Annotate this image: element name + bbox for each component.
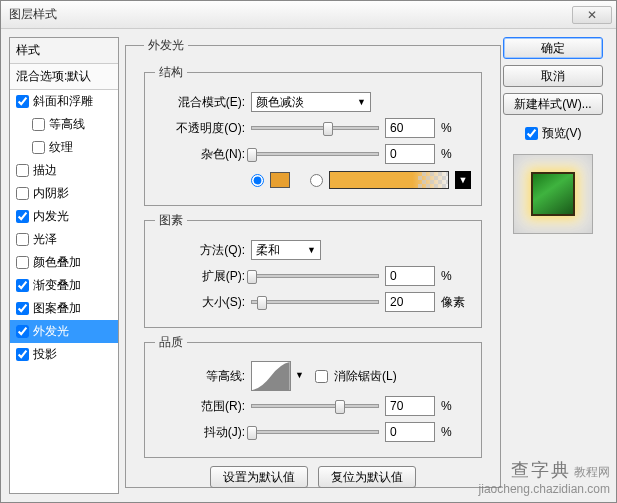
sidebar-item-innershadow[interactable]: 内阴影 [10, 182, 118, 205]
quality-legend: 品质 [155, 334, 187, 351]
gradient-dropdown[interactable]: ▼ [455, 171, 471, 189]
spread-label: 扩展(P): [155, 268, 245, 285]
technique-label: 方法(Q): [155, 242, 245, 259]
checkbox-innerglow[interactable] [16, 210, 29, 223]
new-style-button[interactable]: 新建样式(W)... [503, 93, 603, 115]
noise-slider[interactable] [251, 152, 379, 156]
opacity-slider[interactable] [251, 126, 379, 130]
jitter-unit: % [441, 425, 471, 439]
right-panel: 确定 取消 新建样式(W)... 预览(V) [498, 37, 608, 494]
main-panel: 外发光 结构 混合模式(E): 颜色减淡 ▼ 不透明度( [125, 37, 492, 494]
sidebar-item-outerglow[interactable]: 外发光 [10, 320, 118, 343]
preview-swatch-icon [531, 172, 575, 216]
sidebar-item-patternoverlay[interactable]: 图案叠加 [10, 297, 118, 320]
range-unit: % [441, 399, 471, 413]
chevron-down-icon: ▼ [357, 97, 366, 107]
gradient-swatch[interactable] [329, 171, 449, 189]
styles-sidebar: 样式 混合选项:默认 斜面和浮雕 等高线 纹理 描边 内阴影 内发光 光泽 颜色… [9, 37, 119, 494]
color-swatch[interactable] [270, 172, 290, 188]
sidebar-item-satin[interactable]: 光泽 [10, 228, 118, 251]
sidebar-header[interactable]: 样式 [10, 38, 118, 64]
chevron-down-icon: ▼ [295, 370, 304, 380]
preview-thumbnail [513, 154, 593, 234]
cancel-button[interactable]: 取消 [503, 65, 603, 87]
sidebar-item-dropshadow[interactable]: 投影 [10, 343, 118, 366]
jitter-input[interactable] [385, 422, 435, 442]
noise-label: 杂色(N): [155, 146, 245, 163]
spread-unit: % [441, 269, 471, 283]
color-gradient-radio[interactable] [310, 174, 323, 187]
structure-legend: 结构 [155, 64, 187, 81]
noise-unit: % [441, 147, 471, 161]
sidebar-item-gradientoverlay[interactable]: 渐变叠加 [10, 274, 118, 297]
sidebar-blend-options[interactable]: 混合选项:默认 [10, 64, 118, 90]
titlebar: 图层样式 ✕ [1, 1, 616, 29]
jitter-slider[interactable] [251, 430, 379, 434]
size-label: 大小(S): [155, 294, 245, 311]
range-label: 范围(R): [155, 398, 245, 415]
technique-select[interactable]: 柔和 ▼ [251, 240, 321, 260]
checkbox-texture[interactable] [32, 141, 45, 154]
checkbox-outerglow[interactable] [16, 325, 29, 338]
spread-input[interactable] [385, 266, 435, 286]
ok-button[interactable]: 确定 [503, 37, 603, 59]
elements-legend: 图素 [155, 212, 187, 229]
color-solid-radio[interactable] [251, 174, 264, 187]
spread-slider[interactable] [251, 274, 379, 278]
sidebar-item-contour[interactable]: 等高线 [10, 113, 118, 136]
window-title: 图层样式 [9, 6, 57, 23]
blend-mode-label: 混合模式(E): [155, 94, 245, 111]
size-slider[interactable] [251, 300, 379, 304]
close-icon: ✕ [587, 8, 597, 22]
set-default-button[interactable]: 设置为默认值 [210, 466, 308, 488]
checkbox-patternoverlay[interactable] [16, 302, 29, 315]
opacity-unit: % [441, 121, 471, 135]
chevron-down-icon: ▼ [307, 245, 316, 255]
noise-input[interactable] [385, 144, 435, 164]
checkbox-stroke[interactable] [16, 164, 29, 177]
close-button[interactable]: ✕ [572, 6, 612, 24]
sidebar-item-innerglow[interactable]: 内发光 [10, 205, 118, 228]
size-unit: 像素 [441, 294, 471, 311]
sidebar-item-coloroverlay[interactable]: 颜色叠加 [10, 251, 118, 274]
elements-group: 图素 方法(Q): 柔和 ▼ 扩展(P): % [144, 212, 482, 328]
checkbox-bevel[interactable] [16, 95, 29, 108]
preview-checkbox[interactable] [525, 127, 538, 140]
structure-group: 结构 混合模式(E): 颜色减淡 ▼ 不透明度(O): [144, 64, 482, 206]
opacity-input[interactable] [385, 118, 435, 138]
blend-mode-select[interactable]: 颜色减淡 ▼ [251, 92, 371, 112]
checkbox-dropshadow[interactable] [16, 348, 29, 361]
outerglow-group: 外发光 结构 混合模式(E): 颜色减淡 ▼ 不透明度( [125, 37, 501, 488]
antialias-label: 消除锯齿(L) [334, 368, 397, 385]
jitter-label: 抖动(J): [155, 424, 245, 441]
checkbox-satin[interactable] [16, 233, 29, 246]
contour-picker[interactable]: ▼ [251, 361, 291, 391]
sidebar-item-bevel[interactable]: 斜面和浮雕 [10, 90, 118, 113]
preview-label: 预览(V) [542, 125, 582, 142]
checkbox-gradientoverlay[interactable] [16, 279, 29, 292]
range-input[interactable] [385, 396, 435, 416]
range-slider[interactable] [251, 404, 379, 408]
quality-group: 品质 等高线: ▼ 消除锯齿(L) 范围(R): [144, 334, 482, 458]
antialias-checkbox[interactable] [315, 370, 328, 383]
size-input[interactable] [385, 292, 435, 312]
checkbox-coloroverlay[interactable] [16, 256, 29, 269]
sidebar-item-texture[interactable]: 纹理 [10, 136, 118, 159]
checkbox-innershadow[interactable] [16, 187, 29, 200]
contour-label: 等高线: [155, 368, 245, 385]
layer-style-dialog: 图层样式 ✕ 样式 混合选项:默认 斜面和浮雕 等高线 纹理 描边 内阴影 内发… [0, 0, 617, 503]
checkbox-contour[interactable] [32, 118, 45, 131]
opacity-label: 不透明度(O): [155, 120, 245, 137]
reset-default-button[interactable]: 复位为默认值 [318, 466, 416, 488]
sidebar-item-stroke[interactable]: 描边 [10, 159, 118, 182]
outerglow-legend: 外发光 [144, 37, 188, 54]
